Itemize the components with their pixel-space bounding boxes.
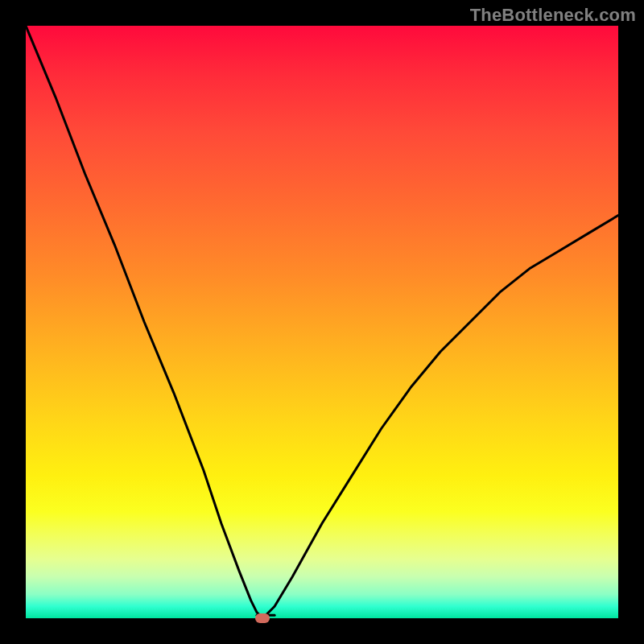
- plot-area: [26, 26, 618, 618]
- watermark-label: TheBottleneck.com: [470, 5, 636, 26]
- bottleneck-curve: [26, 26, 618, 618]
- optimum-dot: [255, 613, 270, 623]
- chart-frame: TheBottleneck.com: [0, 0, 644, 644]
